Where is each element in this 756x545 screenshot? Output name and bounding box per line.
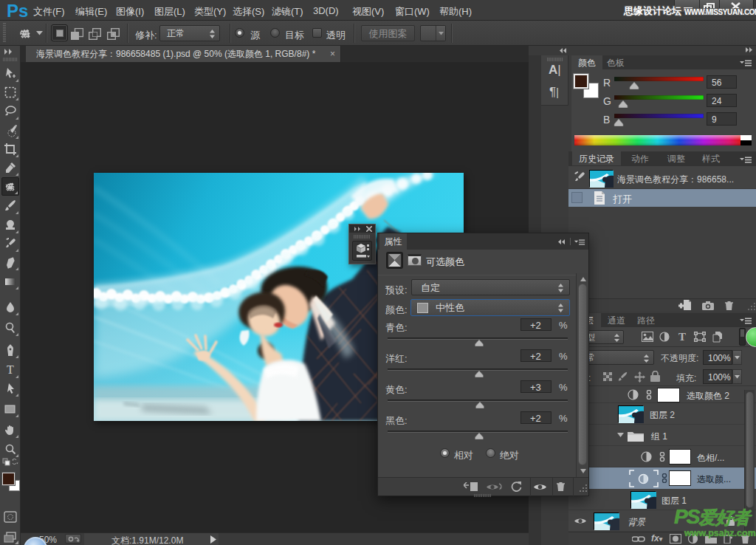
svg-text:T: T — [678, 331, 686, 342]
svg-text:T: T — [7, 363, 14, 376]
